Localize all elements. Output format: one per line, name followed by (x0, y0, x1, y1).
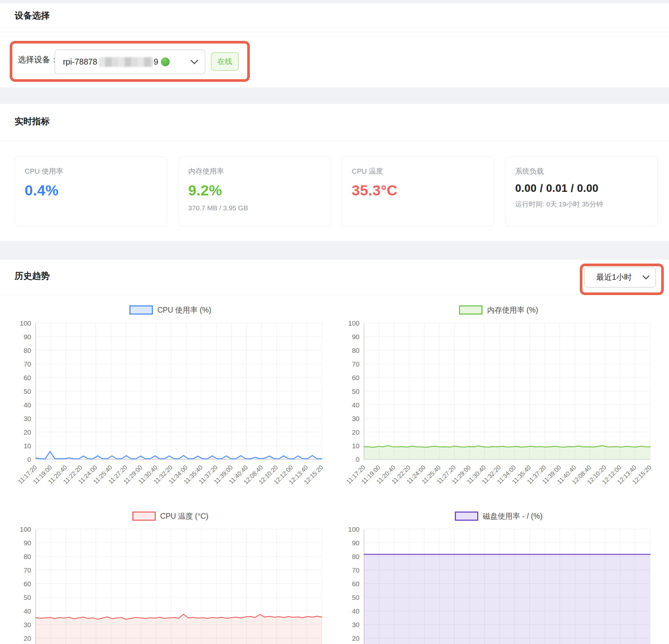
svg-text:30: 30 (24, 415, 31, 422)
svg-text:90: 90 (352, 333, 359, 340)
svg-text:50: 50 (352, 388, 359, 395)
svg-text:40: 40 (24, 607, 31, 615)
device-select-dropdown[interactable]: rpi-78878 9 (55, 49, 205, 74)
svg-text:80: 80 (24, 553, 31, 560)
svg-text:60: 60 (24, 374, 31, 381)
svg-text:60: 60 (352, 580, 359, 588)
chevron-down-icon (642, 275, 650, 279)
svg-text:80: 80 (352, 347, 359, 354)
svg-text:90: 90 (352, 539, 359, 547)
legend-label: 内存使用率 (%) (487, 305, 538, 315)
svg-text:100: 100 (20, 319, 31, 327)
time-range-value: 最近1小时 (596, 272, 632, 282)
metric-value: 9.2% (188, 182, 321, 199)
svg-text:100: 100 (348, 319, 359, 327)
disk-usage-chart: 磁盘使用率 - / (%) 010203040506070809010011:1… (338, 500, 659, 644)
svg-text:60: 60 (24, 580, 31, 588)
device-monitor-page: 设备选择 选择设备： rpi-78878 9 在线 实时指标 CPU 使用率 0… (0, 0, 669, 644)
status-badge: 在线 (211, 52, 239, 71)
device-name-suffix: 9 (154, 57, 158, 67)
metric-subtext: 370.7 MB / 3.95 GB (188, 204, 321, 212)
svg-text:30: 30 (352, 621, 359, 628)
device-name-text: rpi-78878 (63, 57, 97, 67)
svg-text:90: 90 (24, 333, 31, 340)
chart-legend: 磁盘使用率 - / (%) (338, 509, 659, 522)
legend-swatch (455, 512, 478, 521)
svg-text:20: 20 (352, 429, 359, 436)
metric-value: 0.00 / 0.01 / 0.00 (515, 182, 647, 194)
chart-legend: CPU 温度 (°C) (10, 509, 331, 522)
svg-text:0: 0 (27, 456, 31, 463)
svg-text:30: 30 (24, 621, 31, 628)
svg-text:40: 40 (24, 401, 31, 409)
device-select-label: 选择设备： (18, 54, 58, 65)
metric-label: CPU 使用率 (25, 167, 157, 176)
svg-text:10: 10 (352, 442, 359, 450)
svg-text:70: 70 (352, 360, 359, 368)
history-trends-title: 历史趋势 (15, 270, 49, 282)
metric-value: 35.3°C (352, 182, 484, 199)
metric-value: 0.4% (25, 182, 157, 199)
chart-canvas: 010203040506070809010011:17:2011:19:0011… (338, 319, 659, 509)
cpu-temperature-chart: CPU 温度 (°C) 010203040506070809010011:17:… (10, 500, 331, 644)
svg-text:90: 90 (24, 539, 31, 547)
legend-swatch (459, 306, 482, 314)
legend-label: 磁盘使用率 - / (%) (483, 511, 542, 521)
chart-legend: CPU 使用率 (%) (10, 304, 331, 317)
memory-usage-chart: 内存使用率 (%) 010203040506070809010011:17:20… (338, 294, 659, 510)
system-load-card: 系统负载 0.00 / 0.01 / 0.00 运行时间: 0天 19小时 35… (505, 156, 658, 226)
legend-swatch (132, 512, 156, 521)
svg-text:50: 50 (352, 594, 359, 601)
metric-label: 系统负载 (515, 167, 647, 176)
chart-legend: 内存使用率 (%) (338, 304, 659, 317)
chart-canvas: 010203040506070809010011:17:2011:19:0011… (338, 525, 659, 644)
svg-text:50: 50 (24, 388, 31, 395)
metric-cards-row: CPU 使用率 0.4% 内存使用率 9.2% 370.7 MB / 3.95 … (15, 156, 658, 226)
svg-text:50: 50 (24, 594, 31, 601)
svg-text:10: 10 (24, 442, 31, 450)
device-selection-title: 设备选择 (15, 10, 49, 22)
chart-canvas: 010203040506070809010011:17:2011:19:0011… (10, 525, 331, 644)
svg-text:70: 70 (24, 566, 31, 574)
svg-text:70: 70 (352, 566, 359, 574)
realtime-metrics-title: 实时指标 (15, 115, 49, 127)
redacted-device-id (99, 57, 153, 67)
metric-label: 内存使用率 (188, 167, 321, 176)
online-status-dot-icon (161, 57, 170, 66)
svg-text:60: 60 (352, 374, 359, 381)
svg-text:20: 20 (352, 634, 359, 642)
legend-swatch (129, 306, 153, 314)
svg-text:20: 20 (24, 634, 31, 642)
memory-usage-card: 内存使用率 9.2% 370.7 MB / 3.95 GB (178, 156, 331, 226)
svg-text:40: 40 (352, 401, 359, 409)
svg-text:80: 80 (352, 553, 359, 560)
svg-text:40: 40 (352, 607, 359, 615)
legend-label: CPU 使用率 (%) (157, 305, 211, 315)
time-range-select[interactable]: 最近1小时 (584, 267, 656, 288)
cpu-usage-chart: CPU 使用率 (%) 010203040506070809010011:17:… (10, 294, 331, 510)
cpu-usage-card: CPU 使用率 0.4% (15, 156, 167, 226)
cpu-temperature-card: CPU 温度 35.3°C (342, 156, 494, 226)
section-divider (0, 141, 669, 141)
chevron-down-icon (190, 60, 198, 64)
svg-text:100: 100 (348, 526, 359, 533)
svg-text:100: 100 (20, 526, 31, 533)
svg-text:80: 80 (24, 347, 31, 354)
metric-subtext: 运行时间: 0天 19小时 35分钟 (515, 200, 647, 209)
legend-label: CPU 温度 (°C) (160, 511, 208, 521)
metric-label: CPU 温度 (352, 167, 484, 176)
svg-text:30: 30 (352, 415, 359, 422)
chart-canvas: 010203040506070809010011:17:2011:19:0011… (10, 319, 331, 509)
device-selection-section: 设备选择 选择设备： rpi-78878 9 在线 (0, 3, 669, 87)
svg-text:20: 20 (24, 429, 31, 436)
section-divider (0, 32, 669, 32)
svg-text:0: 0 (356, 456, 359, 463)
svg-text:70: 70 (24, 360, 31, 368)
